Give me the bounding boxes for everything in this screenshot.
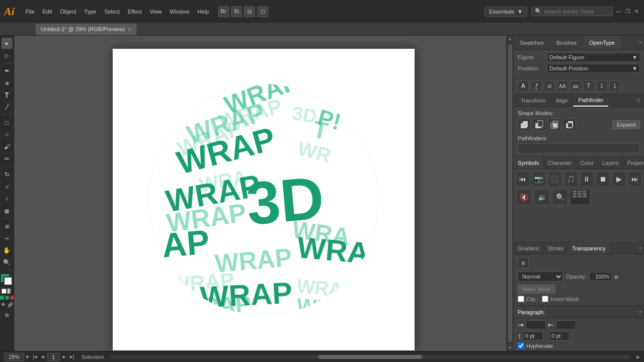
format-icon-8[interactable]: 1 bbox=[609, 80, 620, 92]
format-icon-5[interactable]: aa bbox=[570, 80, 581, 92]
shape-intersect[interactable] bbox=[548, 118, 561, 131]
horizontal-scrollbar[interactable] bbox=[110, 355, 630, 359]
scroll-down-icon[interactable]: ▼ bbox=[508, 345, 512, 350]
tab-paragraph[interactable]: Paragraph bbox=[514, 306, 548, 318]
tab-layers[interactable]: Layers bbox=[598, 157, 623, 168]
sym-mute[interactable]: 🔇 bbox=[516, 189, 532, 205]
sym-play[interactable]: ▶ bbox=[612, 171, 626, 187]
sym-prev[interactable]: ⏮ bbox=[516, 171, 530, 187]
swatch-green[interactable] bbox=[0, 296, 4, 300]
stock-icon[interactable]: St bbox=[231, 6, 242, 17]
sym-stop[interactable]: ⏹ bbox=[596, 171, 610, 187]
document-tab[interactable]: Untitled-1* @ 29% (RGB/Preview) × bbox=[35, 23, 137, 35]
tab-gradient[interactable]: Gradient bbox=[514, 242, 543, 254]
opacity-input[interactable] bbox=[589, 272, 612, 281]
anchor-tool[interactable]: ⊕ bbox=[2, 77, 13, 88]
tab-align[interactable]: Align bbox=[551, 94, 573, 107]
format-icon-6[interactable]: T bbox=[583, 80, 594, 92]
transparency-collapse[interactable]: ≡ bbox=[637, 245, 644, 251]
search-stock[interactable]: 🔍 bbox=[531, 7, 613, 16]
sym-pause[interactable]: ⏸ bbox=[580, 171, 594, 187]
eye-tool[interactable]: 👁 bbox=[1, 302, 7, 308]
position-dropdown[interactable]: Default Position ▼ bbox=[547, 64, 640, 73]
swatch-circle[interactable] bbox=[5, 296, 9, 300]
grid-icon[interactable]: ⊞ bbox=[244, 6, 255, 17]
opacity-expand-icon[interactable]: ▶ bbox=[615, 274, 619, 280]
link-tool[interactable]: 🔗 bbox=[8, 302, 14, 308]
format-icon-7[interactable]: 1 bbox=[596, 80, 607, 92]
space-after-input[interactable] bbox=[549, 331, 570, 340]
zoom-chevron[interactable]: ▼ bbox=[25, 354, 30, 359]
hand-tool[interactable]: ✋ bbox=[2, 245, 13, 256]
space-before-icon[interactable]: ↕ bbox=[518, 332, 521, 340]
menu-effect[interactable]: Effect bbox=[124, 7, 146, 17]
ellipse-tool[interactable]: ○ bbox=[2, 129, 13, 140]
sym-square[interactable]: ⬛ bbox=[548, 171, 562, 187]
line-tool[interactable]: ╱ bbox=[2, 102, 13, 113]
artboard-tool[interactable]: ⊞ bbox=[2, 221, 13, 232]
scroll-thumb-v[interactable] bbox=[508, 44, 512, 342]
page-input[interactable] bbox=[47, 353, 60, 361]
pen-tool[interactable]: ✒ bbox=[2, 65, 13, 76]
tab-character[interactable]: Character bbox=[543, 157, 576, 168]
close-button[interactable]: ✕ bbox=[633, 8, 640, 15]
type-tool[interactable]: T bbox=[2, 89, 13, 101]
none-color[interactable] bbox=[2, 289, 7, 294]
shape-minus-front[interactable] bbox=[533, 118, 546, 131]
tab-brushes[interactable]: Brushes bbox=[550, 36, 583, 49]
tab-pathfinder[interactable]: Pathfinder bbox=[573, 94, 608, 107]
rotate-tool[interactable]: ↻ bbox=[2, 169, 13, 180]
menu-select[interactable]: Select bbox=[100, 7, 124, 17]
nav-prev[interactable]: ◂ bbox=[40, 353, 45, 360]
space-before-input[interactable] bbox=[523, 331, 543, 340]
zoom-tool[interactable]: 🔍 bbox=[2, 257, 13, 268]
menu-type[interactable]: Type bbox=[80, 7, 100, 17]
menu-edit[interactable]: Edit bbox=[39, 7, 56, 17]
figure-dropdown[interactable]: Default Figure ▼ bbox=[547, 53, 640, 62]
nav-last[interactable]: ▸| bbox=[69, 353, 75, 360]
panel-collapse-top[interactable]: ≡ bbox=[637, 40, 644, 45]
format-icon-1[interactable]: A bbox=[518, 80, 529, 92]
indent-first-icon[interactable]: ⇥ bbox=[518, 321, 524, 329]
paintbrush-tool[interactable]: 🖌 bbox=[2, 141, 13, 152]
menu-help[interactable]: Help bbox=[193, 7, 213, 17]
bridge-icon[interactable]: Br bbox=[218, 6, 229, 17]
tab-properties[interactable]: Properties bbox=[623, 157, 644, 168]
indent-left-input[interactable] bbox=[556, 320, 576, 329]
fill-stroke-indicator[interactable] bbox=[1, 274, 14, 287]
sym-grid-detail[interactable] bbox=[570, 189, 590, 205]
scale-tool[interactable]: ⤢ bbox=[2, 181, 13, 192]
shape-exclude[interactable] bbox=[563, 118, 576, 131]
indent-left-icon[interactable]: ⇤ bbox=[548, 321, 554, 329]
invert-mask-checkbox[interactable] bbox=[542, 296, 548, 302]
format-icon-2[interactable]: f bbox=[531, 80, 542, 92]
minimize-button[interactable]: — bbox=[615, 8, 622, 15]
format-icon-4[interactable]: AA bbox=[557, 80, 568, 92]
tab-color[interactable]: Color bbox=[576, 157, 598, 168]
tab-transform[interactable]: Transform bbox=[516, 94, 551, 107]
warp-tool[interactable]: ⌇ bbox=[2, 193, 13, 204]
slice-tool[interactable]: ✂ bbox=[2, 233, 13, 244]
blend-mode-select[interactable]: Normal bbox=[518, 272, 563, 282]
transform-collapse[interactable]: ≡ bbox=[635, 98, 642, 103]
sym-volume[interactable]: 🔉 bbox=[534, 189, 550, 205]
menu-view[interactable]: View bbox=[146, 7, 166, 17]
nav-first[interactable]: |◂ bbox=[32, 353, 38, 360]
camera-icon[interactable]: ⊙ bbox=[257, 6, 268, 17]
tab-transparency[interactable]: Transparency bbox=[568, 242, 610, 254]
hyphenate-checkbox[interactable] bbox=[518, 342, 524, 349]
scrollbar-thumb-h[interactable] bbox=[318, 355, 423, 359]
sym-search[interactable]: 🔍 bbox=[552, 189, 568, 205]
direct-selection-tool[interactable]: ▷ bbox=[2, 50, 13, 61]
restore-button[interactable]: ❐ bbox=[624, 8, 631, 15]
indent-first-input[interactable] bbox=[526, 320, 546, 329]
sym-next[interactable]: ⏭ bbox=[628, 171, 642, 187]
tab-symbols[interactable]: Symbols bbox=[514, 157, 543, 168]
swatch-red[interactable] bbox=[10, 296, 14, 300]
format-icon-3[interactable]: st bbox=[544, 80, 555, 92]
arrange-tool[interactable]: ⧉ bbox=[2, 310, 13, 321]
rectangle-tool[interactable]: □ bbox=[2, 117, 13, 128]
menu-object[interactable]: Object bbox=[56, 7, 80, 17]
tab-swatches[interactable]: Swatches bbox=[514, 36, 550, 49]
search-input[interactable] bbox=[544, 9, 609, 15]
